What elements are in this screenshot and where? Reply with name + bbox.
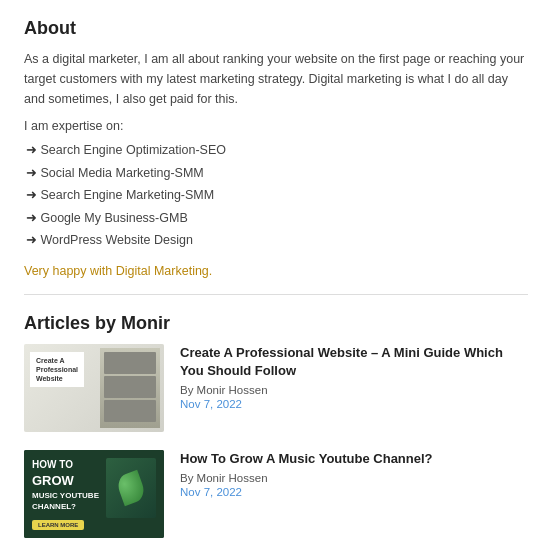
list-item: Search Engine Optimization-SEO [24, 139, 528, 162]
list-item: Search Engine Marketing-SMM [24, 184, 528, 207]
article-info-2: How To Grow A Music Youtube Channel? By … [180, 450, 528, 498]
happy-text: Very happy with Digital Marketing. [24, 264, 528, 278]
article-author-1: By Monir Hossen [180, 384, 528, 396]
article-thumbnail-1: Create AProfessionalWebsite [24, 344, 164, 432]
thumb-2-button: LEARN MORE [32, 520, 84, 530]
article-date-2: Nov 7, 2022 [180, 486, 528, 498]
article-author-2: By Monir Hossen [180, 472, 528, 484]
articles-title: Articles by Monir [24, 313, 528, 334]
expertise-list: Search Engine Optimization-SEO Social Me… [24, 139, 528, 252]
article-thumbnail-2: HOW TO GROW MUSIC YOUTUBE CHANNEL? LEARN… [24, 450, 164, 538]
list-item: WordPress Website Design [24, 229, 528, 252]
about-title: About [24, 18, 528, 39]
thumb-text-block: Create AProfessionalWebsite [30, 352, 84, 387]
articles-section: Articles by Monir Create AProfessionalWe… [24, 313, 528, 538]
expertise-label: I am expertise on: [24, 119, 528, 133]
article-title-2[interactable]: How To Grow A Music Youtube Channel? [180, 450, 528, 468]
thumb-2-decoration [106, 458, 156, 518]
article-info-1: Create A Professional Website – A Mini G… [180, 344, 528, 410]
article-date-1: Nov 7, 2022 [180, 398, 528, 410]
thumb-image-side [100, 348, 160, 428]
article-card: Create AProfessionalWebsite Create A Pro… [24, 344, 528, 432]
thumb-2-text-block: HOW TO GROW MUSIC YOUTUBE CHANNEL? [32, 458, 99, 513]
leaf-icon [115, 469, 148, 505]
thumb-2-inner: HOW TO GROW MUSIC YOUTUBE CHANNEL? LEARN… [24, 450, 164, 538]
thumb-mini-2 [104, 376, 156, 398]
thumb-mini-1 [104, 352, 156, 374]
about-section: About As a digital marketer, I am all ab… [24, 18, 528, 278]
article-title-1[interactable]: Create A Professional Website – A Mini G… [180, 344, 528, 380]
list-item: Google My Business-GMB [24, 207, 528, 230]
article-card: HOW TO GROW MUSIC YOUTUBE CHANNEL? LEARN… [24, 450, 528, 538]
list-item: Social Media Marketing-SMM [24, 162, 528, 185]
thumb-mini-3 [104, 400, 156, 422]
section-divider [24, 294, 528, 295]
about-description-1: As a digital marketer, I am all about ra… [24, 49, 528, 109]
